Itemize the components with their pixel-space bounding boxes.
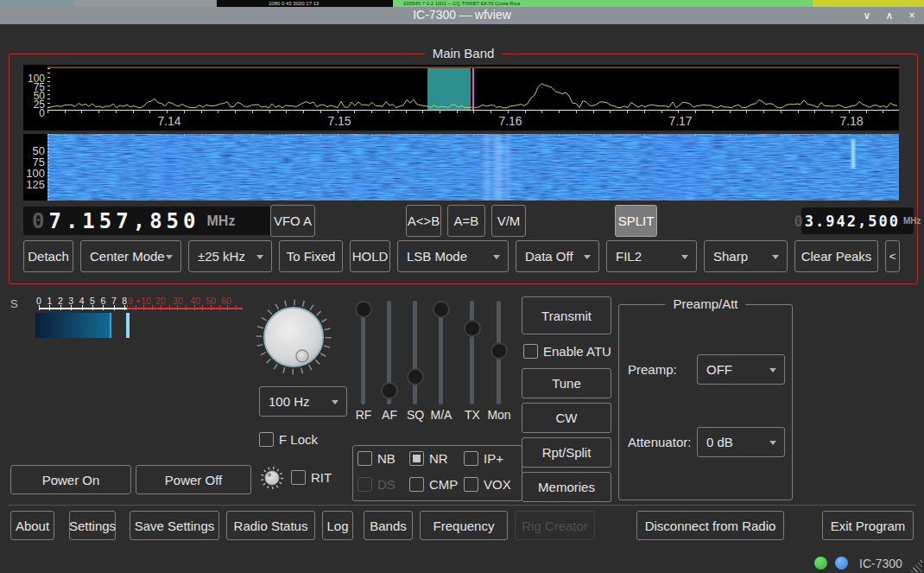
rit-checkbox[interactable]: RIT: [291, 470, 332, 485]
checkbox-label: RIT: [311, 470, 332, 485]
slider-handle[interactable]: [490, 342, 508, 360]
mode-select[interactable]: LSB Mode: [397, 240, 509, 272]
vfo-memory-button[interactable]: V/M: [491, 205, 526, 237]
data-mode-select[interactable]: Data Off: [516, 240, 599, 272]
sub-frequency-display[interactable]: 0 3.942,500 MHz: [801, 207, 914, 234]
preamp-att-group: Preamp/Att: [618, 304, 793, 500]
slider-handle[interactable]: [407, 368, 424, 385]
detach-button[interactable]: Detach: [23, 240, 73, 272]
rig-connected-dot: [814, 557, 827, 570]
power-off-button[interactable]: Power Off: [136, 465, 251, 494]
frequency-button[interactable]: Frequency: [420, 511, 508, 540]
checkbox-label: IP+: [484, 451, 503, 466]
waterfall-display[interactable]: [47, 134, 899, 201]
mon-slider[interactable]: Mon: [490, 301, 509, 427]
waterfall-y-axis-labels: 50 75 100 125: [23, 145, 45, 190]
slider-handle[interactable]: [355, 301, 372, 318]
waterfall-signal-streak: [151, 134, 186, 201]
spectrum-x-label: 7.18: [839, 114, 863, 128]
slider-label: M/A: [424, 408, 459, 422]
titlebar[interactable]: IC-7300 — wfview ∨ ∧ ×: [0, 7, 924, 24]
rf-slider[interactable]: RF: [354, 301, 373, 427]
waterfall-strong-signal: [851, 139, 855, 169]
collapse-button[interactable]: <: [885, 240, 900, 272]
transmit-button[interactable]: Transmit: [522, 296, 611, 334]
enable-atu-checkbox[interactable]: Enable ATU: [523, 344, 611, 359]
settings-button[interactable]: Settings: [69, 511, 116, 540]
maximize-button[interactable]: ∧: [882, 9, 897, 22]
frequency-unit: MHz: [207, 213, 236, 229]
minimize-button[interactable]: ∨: [859, 9, 875, 22]
attenuator-select[interactable]: 0 dB: [697, 427, 785, 457]
tune-button[interactable]: Tune: [522, 368, 611, 398]
bands-button[interactable]: Bands: [364, 511, 413, 540]
ma-slider[interactable]: M/A: [432, 301, 451, 427]
strip-green: 935545 7 0.2 1001 ~ CQ TI5RBT EK70 Costa…: [393, 0, 823, 7]
radio-status-button[interactable]: Radio Status: [226, 511, 315, 540]
vox-checkbox[interactable]: VOX: [464, 477, 511, 492]
spectrum-x-label: 7.14: [157, 114, 180, 128]
rig-creator-button: Rig Creator: [515, 511, 595, 540]
to-fixed-button[interactable]: To Fixed: [279, 240, 343, 272]
slider-handle[interactable]: [381, 382, 398, 399]
close-icon: ×: [908, 10, 915, 22]
frequency-digits: 3.942,500: [805, 213, 900, 230]
af-slider[interactable]: AF: [380, 301, 399, 427]
checkbox-box: [358, 451, 372, 466]
span-select[interactable]: ±25 kHz: [188, 240, 272, 272]
f-lock-checkbox[interactable]: F Lock: [259, 432, 318, 447]
equalize-ab-button[interactable]: A=B: [447, 205, 485, 237]
frequency-digits: 7.157,850: [48, 209, 199, 233]
hold-button[interactable]: HOLD: [350, 240, 390, 272]
close-button[interactable]: ×: [904, 9, 920, 22]
checkbox-box: [409, 477, 424, 492]
swap-ab-button[interactable]: A<>B: [406, 205, 441, 237]
waterfall-signal-streak: [484, 134, 490, 201]
spectrum-x-label: 7.17: [668, 114, 692, 128]
checkbox-box: [464, 451, 478, 466]
strip-teal: [0, 0, 74, 7]
clear-peaks-button[interactable]: Clear Peaks: [794, 240, 878, 272]
slider-handle[interactable]: [464, 320, 481, 337]
nb-checkbox[interactable]: NB: [358, 451, 396, 466]
waterfall-panel: 50 75 100 125: [23, 134, 899, 201]
rit-knob-icon[interactable]: [260, 466, 284, 490]
exit-program-button[interactable]: Exit Program: [822, 511, 914, 540]
vfo-a-button[interactable]: VFO A: [270, 205, 315, 237]
checkbox-box: [259, 432, 274, 447]
checkbox-label: NR: [429, 451, 448, 466]
tuning-step-select[interactable]: 100 Hz: [259, 386, 347, 417]
cmp-checkbox[interactable]: CMP: [409, 477, 458, 492]
main-frequency-display[interactable]: 0 7.157,850 MHz: [23, 207, 279, 235]
spectrum-plot[interactable]: 7.14 7.15 7.16 7.17 7.18: [47, 65, 899, 131]
slider-handle[interactable]: [433, 301, 450, 318]
waterfall-y-ticks: [47, 134, 49, 201]
sq-slider[interactable]: SQ: [406, 301, 425, 427]
ip-plus-checkbox[interactable]: IP+: [464, 451, 503, 466]
sharpness-select[interactable]: Sharp: [704, 240, 788, 272]
tuning-knob[interactable]: [256, 299, 332, 375]
resize-grip[interactable]: [908, 558, 922, 572]
center-mode-select[interactable]: Center Mode: [80, 240, 181, 272]
save-settings-button[interactable]: Save Settings: [130, 511, 219, 540]
chevron-down-icon: ∨: [864, 10, 871, 22]
filter-select[interactable]: FIL2: [606, 240, 697, 272]
cw-button[interactable]: CW: [522, 403, 611, 433]
frequency-unit: MHz: [903, 216, 921, 226]
s-meter-red-line: [127, 308, 243, 309]
power-on-button[interactable]: Power On: [10, 465, 131, 494]
disconnect-button[interactable]: Disconnect from Radio: [636, 511, 784, 540]
chevron-down-icon: [681, 255, 688, 259]
tx-slider[interactable]: TX: [463, 301, 482, 427]
strip-gray: [74, 0, 217, 7]
chevron-up-icon: ∧: [886, 10, 894, 22]
log-button[interactable]: Log: [322, 511, 353, 540]
memories-button[interactable]: Memories: [522, 472, 611, 502]
chevron-down-icon: [166, 255, 173, 259]
preamp-select[interactable]: OFF: [697, 354, 785, 385]
about-button[interactable]: About: [10, 511, 54, 540]
split-button[interactable]: SPLIT: [615, 205, 657, 237]
nr-checkbox[interactable]: NR: [409, 451, 448, 466]
waterfall-signal-streak: [652, 134, 704, 201]
rpt-split-button[interactable]: Rpt/Split: [522, 437, 611, 468]
